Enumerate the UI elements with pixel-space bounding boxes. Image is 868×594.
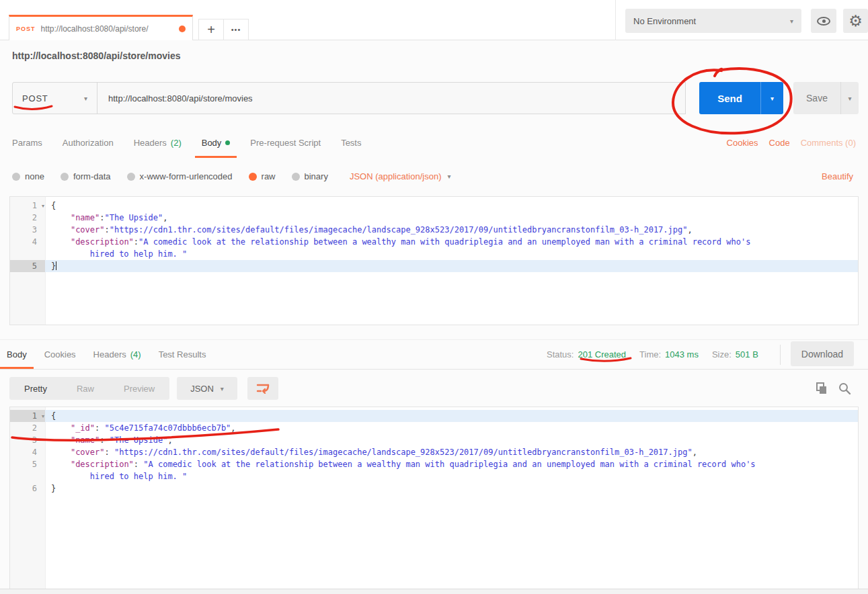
line-number: 2: [10, 212, 45, 224]
eye-icon: [817, 17, 830, 26]
line-number: 5: [10, 458, 45, 470]
line-number: [10, 248, 45, 260]
response-format-select[interactable]: JSON ▾: [177, 377, 237, 400]
horizontal-scrollbar[interactable]: [0, 589, 868, 594]
new-tab-button[interactable]: +: [198, 19, 224, 40]
code-text: hired to help him. ": [45, 248, 858, 260]
radio-icon: [12, 173, 20, 181]
unsaved-dot-icon: [179, 26, 186, 32]
save-button[interactable]: Save: [793, 82, 840, 114]
postman-window: POST http://localhost:8080/api/store/ + …: [0, 0, 868, 594]
chevron-down-icon: ▾: [221, 385, 224, 392]
radio-icon: [292, 173, 300, 181]
line-number: [10, 470, 45, 482]
content-type-select[interactable]: JSON (application/json) ▾: [350, 171, 451, 181]
more-tabs-button[interactable]: •••: [223, 19, 249, 40]
request-tab[interactable]: POST http://localhost:8080/api/store/: [9, 15, 193, 40]
fold-arrow-icon[interactable]: ▾: [42, 411, 44, 423]
body-mode-raw[interactable]: raw: [249, 171, 276, 181]
body-mode-binary[interactable]: binary: [292, 171, 328, 181]
tab-authorization[interactable]: Authorization: [63, 128, 114, 158]
view-preview[interactable]: Preview: [109, 384, 169, 394]
code-line: 4 "cover": "https://cdn1.thr.com/sites/d…: [10, 446, 858, 458]
code-line: 2 "_id": "5c4e715fa74c07dbbb6ecb7b",: [10, 422, 858, 434]
method-label: POST: [22, 93, 48, 103]
wrap-lines-icon: [256, 383, 270, 394]
code-line: 4 "description":"A comedic look at the r…: [10, 236, 858, 248]
status-label: Status:: [547, 349, 574, 359]
beautify-link[interactable]: Beautify: [822, 158, 853, 195]
code-line: 2 "name":"The Upside",: [10, 212, 858, 224]
content-type-label: JSON (application/json): [350, 171, 442, 181]
response-meta-bar: Body Cookies Headers(4) Test Results Sta…: [0, 339, 868, 370]
radio-icon: [127, 173, 135, 181]
body-mode-none[interactable]: none: [12, 171, 44, 181]
response-body-editor[interactable]: 1▾{2 "_id": "5c4e715fa74c07dbbb6ecb7b",3…: [9, 407, 859, 589]
tab-params[interactable]: Params: [12, 128, 42, 158]
method-select[interactable]: POST ▾: [12, 82, 97, 114]
response-tab-test-results[interactable]: Test Results: [159, 340, 206, 369]
fold-arrow-icon[interactable]: ▾: [42, 200, 44, 212]
chevron-down-icon: ▾: [790, 17, 793, 25]
environment-selector[interactable]: No Environment ▾: [625, 9, 801, 33]
headers-count: (2): [171, 138, 182, 148]
headers-count: (4): [130, 349, 141, 359]
url-input[interactable]: http://localhost:8080/api/store/movies: [97, 82, 686, 114]
tab-title: http://localhost:8080/api/store/: [41, 24, 149, 34]
text-cursor: [56, 261, 56, 270]
tab-pre-request-script[interactable]: Pre-request Script: [250, 128, 321, 158]
tab-label: Pre-request Script: [250, 138, 321, 148]
body-set-dot-icon: [225, 140, 230, 145]
body-mode-urlencoded[interactable]: x-www-form-urlencoded: [127, 171, 233, 181]
copy-response-button[interactable]: [814, 380, 830, 396]
code-line: hired to help him. ": [10, 248, 858, 260]
chevron-down-icon: ▾: [848, 95, 851, 102]
code-link[interactable]: Code: [769, 138, 790, 148]
tab-label: Body: [202, 138, 222, 148]
response-tab-cookies[interactable]: Cookies: [44, 340, 76, 369]
download-button[interactable]: Download: [791, 341, 854, 366]
view-pretty[interactable]: Pretty: [9, 384, 62, 394]
request-title-bar: http://localhost:8080/api/store/movies: [0, 40, 868, 71]
tab-headers[interactable]: Headers(2): [134, 128, 182, 158]
response-tab-headers[interactable]: Headers(4): [93, 340, 141, 369]
tab-tests[interactable]: Tests: [341, 128, 361, 158]
code-line: 5 "description": "A comedic look at the …: [10, 458, 858, 470]
view-raw[interactable]: Raw: [62, 384, 109, 394]
request-builder: POST ▾ http://localhost:8080/api/store/m…: [0, 71, 868, 128]
wrap-lines-button[interactable]: [247, 377, 278, 400]
response-tabs: Body Cookies Headers(4) Test Results: [7, 340, 206, 369]
code-text: }: [45, 482, 858, 495]
search-response-button[interactable]: [836, 380, 853, 396]
tab-body[interactable]: Body: [202, 128, 231, 158]
request-title: http://localhost:8080/api/store/movies: [12, 50, 181, 61]
tab-label: Body: [7, 349, 27, 359]
cookies-link[interactable]: Cookies: [727, 138, 758, 148]
format-label: JSON: [190, 384, 214, 394]
request-links: Cookies Code Comments (0): [727, 128, 856, 158]
line-number: 4: [10, 446, 45, 458]
response-tab-body[interactable]: Body: [7, 340, 27, 369]
save-options-button[interactable]: ▾: [840, 82, 859, 114]
code-text: "name": "The Upside",: [45, 434, 858, 446]
code-text: }: [45, 260, 858, 272]
line-number: 4: [10, 236, 45, 248]
response-view-switch: Pretty Raw Preview: [9, 377, 169, 400]
send-button[interactable]: Send ▾: [699, 82, 783, 114]
copy-icon: [815, 382, 828, 395]
body-mode-form-data[interactable]: form-data: [61, 171, 111, 181]
send-options-button[interactable]: ▾: [760, 82, 783, 114]
tab-label: Cookies: [44, 349, 76, 359]
response-view-bar: Pretty Raw Preview JSON ▾: [0, 370, 868, 407]
size-label: Size:: [712, 349, 732, 359]
chevron-down-icon: ▾: [447, 173, 450, 180]
code-text: "_id": "5c4e715fa74c07dbbb6ecb7b",: [45, 422, 858, 434]
environment-quicklook-button[interactable]: [811, 9, 836, 33]
time-value: 1043 ms: [665, 349, 699, 359]
request-tabs-bar: Params Authorization Headers(2) Body Pre…: [0, 128, 868, 158]
comments-link[interactable]: Comments (0): [801, 138, 856, 148]
request-body-editor[interactable]: 1▾{2 "name":"The Upside",3 "cover":"http…: [9, 196, 859, 325]
status-value: 201 Created: [578, 349, 626, 359]
settings-button[interactable]: ⚙: [843, 9, 868, 33]
time-label: Time:: [639, 349, 661, 359]
